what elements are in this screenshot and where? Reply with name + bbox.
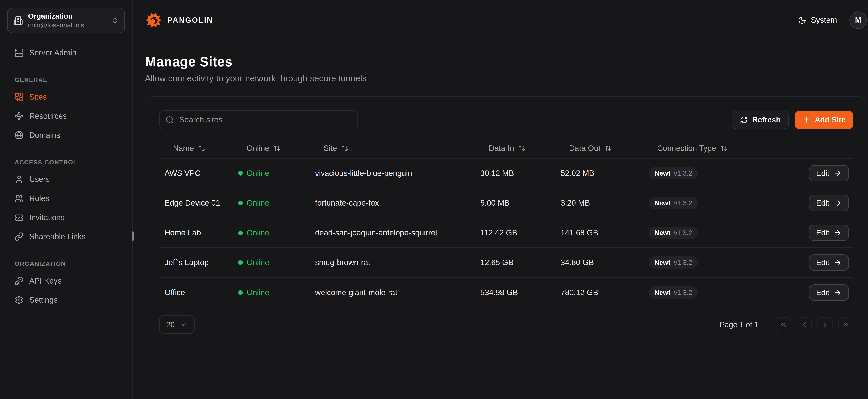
row-menu-button[interactable] — [797, 172, 799, 174]
sidebar-item-shareable-links[interactable]: Shareable Links — [7, 227, 125, 246]
column-header-name[interactable]: Name — [159, 144, 238, 153]
connection-type-cell: Newt v1.3.2 — [649, 286, 790, 299]
page-title: Manage Sites — [145, 54, 867, 69]
chevron-right-icon — [821, 321, 829, 329]
site-id: fortunate-cape-fox — [315, 198, 480, 208]
sidebar-item-sites[interactable]: Sites — [7, 88, 125, 106]
online-dot-icon — [238, 201, 243, 205]
building-icon — [13, 16, 23, 25]
edit-button[interactable]: Edit — [809, 195, 849, 211]
table-body: AWS VPC Online vivacious-little-blue-pen… — [159, 159, 854, 308]
site-id: dead-san-joaquin-antelope-squirrel — [315, 228, 480, 237]
online-dot-icon — [238, 290, 243, 295]
row-menu-button[interactable] — [797, 262, 799, 264]
sidebar-item-invitations[interactable]: Invitations — [7, 208, 125, 227]
edit-button[interactable]: Edit — [809, 165, 849, 181]
data-out: 52.02 MB — [561, 169, 649, 178]
sidebar-section-access-control: ACCESS CONTROL — [7, 159, 125, 166]
row-menu-button[interactable] — [797, 291, 799, 294]
sidebar-section-organization: ORGANIZATION — [7, 260, 125, 267]
edit-button[interactable]: Edit — [809, 284, 849, 301]
sites-card: Refresh Add Site Name Online — [145, 96, 867, 348]
next-page-button[interactable] — [817, 317, 833, 332]
data-out: 3.20 MB — [561, 198, 649, 208]
column-header-connection-type[interactable]: Connection Type — [649, 144, 790, 153]
column-header-data-in[interactable]: Data In — [480, 144, 561, 153]
theme-toggle[interactable]: System — [798, 16, 837, 25]
last-page-button[interactable] — [838, 317, 853, 332]
sidebar-item-settings[interactable]: Settings — [7, 290, 125, 310]
refresh-button[interactable]: Refresh — [732, 111, 789, 129]
page-subtitle: Allow connectivity to your network throu… — [145, 73, 867, 83]
data-out: 780.12 GB — [561, 288, 649, 297]
main: PANGOLIN System M Manage Sites Allow con… — [133, 0, 868, 399]
globe-icon — [14, 131, 24, 140]
connection-type-badge: Newt v1.3.2 — [649, 286, 698, 299]
row-menu-button[interactable] — [797, 232, 799, 234]
page-size-select[interactable]: 20 — [159, 315, 195, 334]
link-icon — [14, 232, 24, 241]
sidebar-item-api-keys[interactable]: API Keys — [7, 271, 125, 290]
connection-type-cell: Newt v1.3.2 — [649, 256, 790, 269]
sort-icon — [341, 145, 348, 152]
sidebar-item-users[interactable]: Users — [7, 170, 125, 189]
topbar: PANGOLIN System M — [133, 0, 868, 40]
org-switcher[interactable]: Organization milo@fossorial.io's ... — [7, 8, 125, 33]
chevrons-left-icon — [779, 321, 787, 329]
online-dot-icon — [238, 260, 243, 265]
table-header-row: Name Online Site Data In — [159, 139, 854, 158]
data-in: 5.00 MB — [480, 198, 561, 208]
data-in: 534.98 GB — [480, 288, 561, 297]
combine-icon — [14, 93, 24, 101]
table-row: Office Online welcome-giant-mole-rat 534… — [159, 278, 854, 308]
connection-type-cell: Newt v1.3.2 — [649, 227, 790, 239]
sidebar-item-server-admin[interactable]: Server Admin — [7, 43, 125, 62]
edit-button[interactable]: Edit — [809, 225, 849, 241]
first-page-button[interactable] — [776, 317, 791, 332]
site-id: vivacious-little-blue-penguin — [315, 169, 480, 178]
column-header-data-out[interactable]: Data Out — [561, 144, 649, 153]
site-name: Jeff's Laptop — [159, 258, 238, 267]
column-header-site[interactable]: Site — [315, 144, 480, 153]
sort-icon — [604, 145, 612, 152]
sites-toolbar: Refresh Add Site — [159, 110, 854, 129]
arrow-right-icon — [834, 199, 842, 207]
row-menu-button[interactable] — [797, 202, 799, 204]
brand: PANGOLIN — [145, 11, 213, 29]
data-in: 12.65 GB — [480, 258, 561, 267]
add-site-button[interactable]: Add Site — [795, 111, 854, 129]
theme-label: System — [811, 16, 837, 25]
site-status: Online — [238, 228, 315, 237]
site-status: Online — [238, 288, 315, 297]
site-name: AWS VPC — [159, 169, 238, 178]
page-info: Page 1 of 1 — [720, 320, 758, 329]
chevrons-up-down-icon — [111, 17, 119, 24]
chevron-down-icon — [180, 321, 187, 328]
brand-name: PANGOLIN — [167, 16, 213, 25]
search-input[interactable] — [179, 115, 351, 124]
server-icon — [14, 48, 24, 57]
online-dot-icon — [238, 171, 243, 176]
edit-button[interactable]: Edit — [809, 254, 849, 271]
site-status: Online — [238, 169, 315, 178]
prev-page-button[interactable] — [797, 317, 812, 332]
avatar[interactable]: M — [849, 11, 867, 29]
sidebar-resize-handle[interactable] — [132, 232, 134, 241]
table-row: Edge Device 01 Online fortunate-cape-fox… — [159, 188, 854, 218]
site-id: welcome-giant-mole-rat — [315, 288, 480, 297]
ticket-check-icon — [14, 213, 24, 222]
connection-type-cell: Newt v1.3.2 — [649, 197, 790, 209]
data-out: 34.80 GB — [561, 258, 649, 267]
column-header-online[interactable]: Online — [238, 144, 315, 153]
site-name: Office — [159, 288, 238, 297]
site-id: smug-brown-rat — [315, 258, 480, 267]
sidebar-item-resources[interactable]: Resources — [7, 106, 125, 126]
search-box — [159, 110, 358, 129]
plus-icon — [802, 116, 810, 124]
sidebar-item-roles[interactable]: Roles — [7, 189, 125, 208]
sort-icon — [518, 145, 525, 152]
sidebar-item-domains[interactable]: Domains — [7, 126, 125, 145]
site-status: Online — [238, 198, 315, 208]
connection-type-badge: Newt v1.3.2 — [649, 197, 698, 209]
moon-icon — [798, 16, 806, 25]
